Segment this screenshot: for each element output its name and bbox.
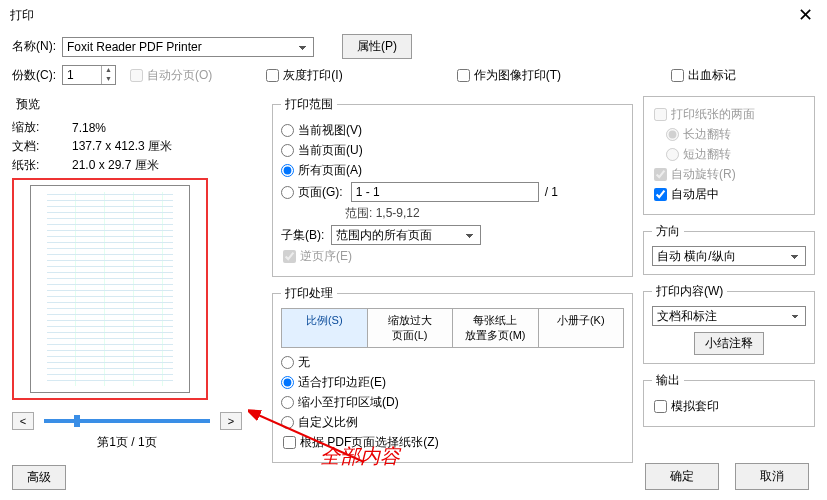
grayscale-label: 灰度打印(I) bbox=[283, 68, 342, 82]
as-image-label: 作为图像打印(T) bbox=[474, 68, 561, 82]
bleed-label: 出血标记 bbox=[688, 68, 736, 82]
pages-label: 页面(G): bbox=[298, 185, 343, 199]
spinner-down-icon[interactable]: ▼ bbox=[102, 75, 115, 84]
printer-select[interactable]: Foxit Reader PDF Printer bbox=[62, 37, 314, 57]
preview-frame bbox=[12, 178, 208, 400]
output-legend: 输出 bbox=[652, 372, 684, 389]
paper-label: 纸张: bbox=[12, 157, 56, 174]
shrink-label: 缩小至打印区域(D) bbox=[298, 395, 399, 409]
page-slider[interactable] bbox=[44, 419, 210, 423]
range-hint: 范围: 1,5-9,12 bbox=[345, 205, 624, 222]
auto-rotate-label: 自动旋转(R) bbox=[671, 167, 736, 181]
content-legend: 打印内容(W) bbox=[652, 283, 727, 300]
grayscale-checkbox[interactable] bbox=[266, 69, 279, 82]
name-label: 名称(N): bbox=[12, 38, 62, 55]
orient-legend: 方向 bbox=[652, 223, 684, 240]
auto-center-label: 自动居中 bbox=[671, 187, 719, 201]
zoom-value: 7.18% bbox=[72, 121, 106, 135]
none-label: 无 bbox=[298, 355, 310, 369]
subset-label: 子集(B): bbox=[281, 227, 331, 244]
as-image-checkbox[interactable] bbox=[457, 69, 470, 82]
pages-radio[interactable] bbox=[281, 186, 294, 199]
preview-page bbox=[30, 185, 190, 393]
long-edge-radio bbox=[666, 128, 679, 141]
current-view-radio[interactable] bbox=[281, 124, 294, 137]
properties-button[interactable]: 属性(P) bbox=[342, 34, 412, 59]
preview-legend: 预览 bbox=[12, 96, 44, 113]
window-title: 打印 bbox=[10, 7, 34, 24]
current-page-radio[interactable] bbox=[281, 144, 294, 157]
page-indicator: 第1页 / 1页 bbox=[12, 434, 242, 451]
pages-total: / 1 bbox=[545, 185, 558, 199]
pages-input[interactable] bbox=[351, 182, 539, 202]
close-icon[interactable]: ✕ bbox=[794, 4, 817, 26]
cancel-button[interactable]: 取消 bbox=[735, 463, 809, 490]
ok-button[interactable]: 确定 bbox=[645, 463, 719, 490]
copies-input[interactable] bbox=[63, 66, 101, 84]
both-sides-label: 打印纸张的两面 bbox=[671, 107, 755, 121]
short-edge-label: 短边翻转 bbox=[683, 147, 731, 161]
reverse-checkbox bbox=[283, 250, 296, 263]
choose-paper-checkbox[interactable] bbox=[283, 436, 296, 449]
fit-label: 适合打印边距(E) bbox=[298, 375, 386, 389]
collate-label: 自动分页(O) bbox=[147, 68, 212, 82]
copies-spinner[interactable]: ▲▼ bbox=[62, 65, 116, 85]
current-page-label: 当前页面(U) bbox=[298, 143, 363, 157]
auto-rotate-checkbox bbox=[654, 168, 667, 181]
all-pages-radio[interactable] bbox=[281, 164, 294, 177]
current-view-label: 当前视图(V) bbox=[298, 123, 362, 137]
auto-center-checkbox[interactable] bbox=[654, 188, 667, 201]
custom-radio[interactable] bbox=[281, 416, 294, 429]
collate-checkbox bbox=[130, 69, 143, 82]
long-edge-label: 长边翻转 bbox=[683, 127, 731, 141]
advanced-button[interactable]: 高级 bbox=[12, 465, 66, 490]
simulate-checkbox[interactable] bbox=[654, 400, 667, 413]
shrink-radio[interactable] bbox=[281, 396, 294, 409]
bleed-checkbox[interactable] bbox=[671, 69, 684, 82]
tab-scale[interactable]: 比例(S) bbox=[282, 309, 368, 347]
range-legend: 打印范围 bbox=[281, 96, 337, 113]
doc-value: 137.7 x 412.3 厘米 bbox=[72, 138, 172, 155]
simulate-label: 模拟套印 bbox=[671, 399, 719, 413]
paper-value: 21.0 x 29.7 厘米 bbox=[72, 157, 159, 174]
tab-tile[interactable]: 缩放过大 页面(L) bbox=[368, 309, 454, 347]
copies-label: 份数(C): bbox=[12, 67, 62, 84]
orientation-select[interactable]: 自动 横向/纵向 bbox=[652, 246, 806, 266]
spinner-up-icon[interactable]: ▲ bbox=[102, 66, 115, 75]
zoom-label: 缩放: bbox=[12, 119, 56, 136]
prev-page-button[interactable]: < bbox=[12, 412, 34, 430]
reverse-label: 逆页序(E) bbox=[300, 249, 352, 263]
handle-legend: 打印处理 bbox=[281, 285, 337, 302]
custom-label: 自定义比例 bbox=[298, 415, 358, 429]
both-sides-checkbox bbox=[654, 108, 667, 121]
tab-multi[interactable]: 每张纸上 放置多页(M) bbox=[453, 309, 539, 347]
subset-select[interactable]: 范围内的所有页面 bbox=[331, 225, 481, 245]
annotation-text: 全部内容 bbox=[320, 443, 400, 470]
fit-radio[interactable] bbox=[281, 376, 294, 389]
doc-label: 文档: bbox=[12, 138, 56, 155]
content-select[interactable]: 文档和标注 bbox=[652, 306, 806, 326]
next-page-button[interactable]: > bbox=[220, 412, 242, 430]
all-pages-label: 所有页面(A) bbox=[298, 163, 362, 177]
tab-booklet[interactable]: 小册子(K) bbox=[539, 309, 624, 347]
short-edge-radio bbox=[666, 148, 679, 161]
none-radio[interactable] bbox=[281, 356, 294, 369]
summary-button[interactable]: 小结注释 bbox=[694, 332, 764, 355]
